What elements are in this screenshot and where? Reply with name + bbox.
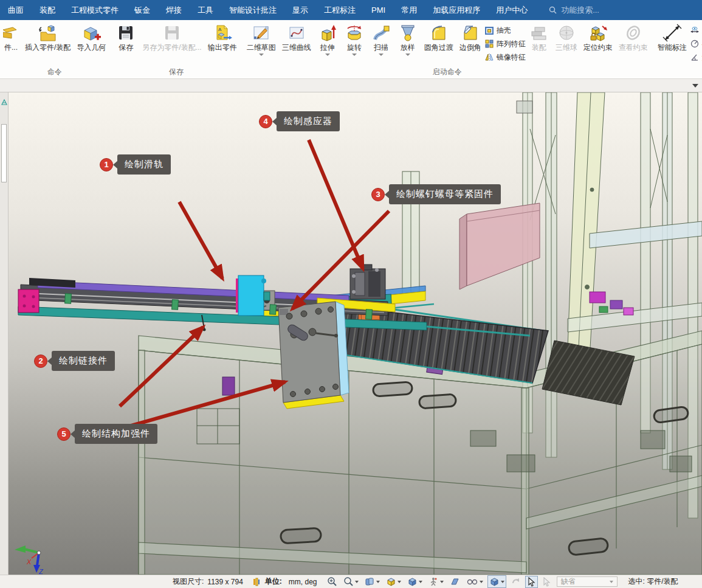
- perspective-icon[interactable]: [464, 575, 485, 588]
- save-icon: [117, 24, 135, 42]
- menu-load-apps[interactable]: 加载应用程序: [425, 0, 488, 20]
- view-size-label: 视图尺寸:: [173, 576, 204, 587]
- view-tab-strip: [0, 79, 702, 92]
- menu-common[interactable]: 常用: [393, 0, 425, 20]
- chevron-down-icon[interactable]: [405, 54, 410, 56]
- chevron-down-icon[interactable]: [325, 54, 330, 56]
- group-label-command: 命令: [0, 66, 109, 78]
- chevron-down-icon[interactable]: [352, 54, 357, 56]
- loft-button[interactable]: 放样: [394, 22, 421, 56]
- collapsed-panel-tab[interactable]: [1, 124, 7, 182]
- ribbon-group-save: 保存 另存为零件/装配... A 输出零件 保存: [112, 22, 239, 78]
- callout-4-number: 4: [259, 115, 272, 128]
- zoom-in-icon[interactable]: [325, 575, 339, 588]
- menu-smart-annotation[interactable]: 智能设计批注: [221, 0, 284, 20]
- menu-assembly[interactable]: 装配: [32, 0, 63, 20]
- callout-1: 1 绘制滑轨: [100, 154, 171, 175]
- assembly-button[interactable]: 装配: [526, 22, 552, 52]
- smart-dimension-button[interactable]: 智能标注: [655, 22, 690, 52]
- curve-3d-button[interactable]: 三维曲线: [279, 22, 314, 52]
- menu-display[interactable]: 显示: [284, 0, 316, 20]
- select-cursor-icon[interactable]: [525, 576, 538, 588]
- chevron-down-icon[interactable]: [376, 581, 380, 583]
- callout-4-label: 绘制感应器: [277, 111, 340, 131]
- chevron-down-icon[interactable]: [480, 581, 483, 583]
- view-constraint-icon: [624, 24, 642, 42]
- style-select[interactable]: 缺省: [557, 576, 618, 587]
- sweep-button[interactable]: 扫描: [368, 22, 394, 56]
- chevron-down-icon[interactable]: [440, 581, 444, 583]
- menu-engineering-dim[interactable]: 工程标注: [316, 0, 363, 20]
- callout-3: 3 绘制螺钉螺母等紧固件: [371, 184, 501, 204]
- menu-surface[interactable]: 曲面: [0, 0, 32, 20]
- insert-part-button[interactable]: 插入零件/装配: [22, 22, 74, 52]
- open-part-button[interactable]: 件...: [0, 22, 22, 52]
- units-label: 单位:: [265, 576, 282, 587]
- shell-button[interactable]: 抽壳: [484, 25, 526, 36]
- view-constraint-button[interactable]: 查看约束: [616, 22, 651, 52]
- save-button[interactable]: 保存: [112, 22, 139, 52]
- statusbar: 视图尺寸: 1139 x 794 单位: mm, deg: [0, 575, 702, 588]
- chevron-down-icon[interactable]: [397, 581, 401, 583]
- dimension-stack: 水 半 角: [690, 22, 702, 63]
- callout-1-number: 1: [100, 158, 113, 171]
- pattern-feature-button[interactable]: 阵列特征: [484, 38, 526, 49]
- pick-cursor-icon[interactable]: [540, 576, 553, 588]
- statusbar-splitter-icon[interactable]: [251, 576, 262, 587]
- chevron-down-icon[interactable]: [419, 581, 422, 583]
- shell-icon: [484, 26, 494, 35]
- callout-2-number: 2: [34, 355, 47, 368]
- menu-pmi[interactable]: PMI: [363, 0, 393, 20]
- menu-engineering-mode-part[interactable]: 工程模式零件: [63, 0, 126, 20]
- view-orientation-icon[interactable]: [405, 575, 424, 588]
- menu-user-center[interactable]: 用户中心: [488, 0, 535, 20]
- rotate-view-icon[interactable]: [509, 575, 523, 588]
- open-part-icon: [3, 24, 19, 42]
- 3d-ball-button[interactable]: 三维球: [552, 22, 580, 52]
- menu-tools[interactable]: 工具: [190, 0, 221, 20]
- display-style-icon[interactable]: [487, 575, 506, 588]
- search-placeholder: 功能搜索...: [561, 5, 599, 16]
- horizontal-dim-button[interactable]: 水: [690, 25, 702, 36]
- face-view-icon[interactable]: [448, 575, 462, 588]
- shade-mode-icon[interactable]: [384, 575, 403, 588]
- save-as-button[interactable]: 另存为零件/装配...: [139, 22, 204, 52]
- chevron-down-icon[interactable]: [501, 581, 504, 583]
- export-part-icon: A: [213, 24, 232, 42]
- function-search[interactable]: 功能搜索...: [549, 5, 599, 16]
- callout-4: 4 绘制感应器: [259, 111, 340, 131]
- feature-tree-icon[interactable]: [1, 97, 8, 108]
- horizontal-dim-icon: [690, 26, 700, 35]
- sketch-2d-button[interactable]: 二维草图: [244, 22, 279, 56]
- view-size-value: 1139 x 794: [207, 578, 243, 586]
- chevron-down-icon[interactable]: [355, 581, 359, 583]
- revolve-button[interactable]: 旋转: [341, 22, 368, 56]
- pan-view-icon[interactable]: [363, 575, 382, 588]
- position-constraint-button[interactable]: 定位约束: [580, 22, 616, 52]
- menu-welding[interactable]: 焊接: [158, 0, 190, 20]
- feature-stack: 抽壳 阵列特征 镜像特征: [484, 22, 526, 63]
- export-part-button[interactable]: A 输出零件: [205, 22, 240, 52]
- 3d-viewport[interactable]: X Z 4 绘制感应器 1 绘制滑轨 3 绘制螺钉螺母等紧固件 2 绘制链接件 …: [9, 92, 702, 575]
- save-as-icon: [163, 24, 181, 42]
- mirror-feature-button[interactable]: 镜像特征: [484, 52, 526, 63]
- import-geometry-button[interactable]: 导入几何: [74, 22, 109, 52]
- selection-filter-select[interactable]: 选中: 零件/装配: [626, 576, 702, 587]
- radius-dim-button[interactable]: 半: [690, 38, 702, 49]
- extrude-button[interactable]: 拉伸: [314, 22, 341, 56]
- ribbon-collapse-button[interactable]: [692, 84, 698, 88]
- fillet-button[interactable]: 圆角过渡: [421, 22, 456, 52]
- curve-3d-icon: [287, 24, 306, 42]
- walkthrough-icon[interactable]: [427, 575, 446, 588]
- sweep-icon: [372, 24, 390, 42]
- zoom-window-icon[interactable]: [342, 575, 360, 588]
- left-panel-strip: [0, 92, 9, 575]
- style-select-value: 缺省: [561, 576, 576, 587]
- mounting-plate-model: [278, 302, 349, 409]
- chevron-down-icon[interactable]: [259, 54, 264, 56]
- chevron-down-icon[interactable]: [379, 54, 384, 56]
- loft-icon: [399, 24, 417, 42]
- chamfer-button[interactable]: 边倒角: [456, 22, 484, 52]
- angle-dim-button[interactable]: 角: [690, 52, 702, 63]
- menu-sheet-metal[interactable]: 钣金: [126, 0, 158, 20]
